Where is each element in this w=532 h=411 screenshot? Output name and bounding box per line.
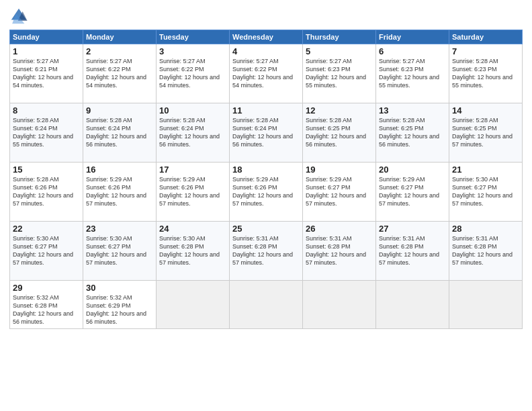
calendar-cell [157, 281, 230, 329]
calendar-cell [376, 281, 449, 329]
day-number: 14 [452, 105, 519, 116]
weekday-header-cell: Saturday [449, 30, 523, 44]
day-number: 28 [452, 224, 519, 234]
calendar-cell: 10 Sunrise: 5:28 AMSunset: 6:24 PMDaylig… [157, 103, 230, 163]
calendar-cell: 27 Sunrise: 5:31 AMSunset: 6:28 PMDaylig… [376, 222, 449, 281]
calendar-cell: 22 Sunrise: 5:30 AMSunset: 6:27 PMDaylig… [10, 222, 83, 281]
calendar-cell: 3 Sunrise: 5:27 AMSunset: 6:22 PMDayligh… [157, 44, 230, 103]
day-info: Sunrise: 5:28 AMSunset: 6:26 PMDaylight:… [13, 176, 73, 207]
day-number: 21 [452, 165, 519, 175]
day-number: 10 [159, 105, 226, 116]
day-info: Sunrise: 5:32 AMSunset: 6:28 PMDaylight:… [13, 294, 73, 325]
calendar-cell: 26 Sunrise: 5:31 AMSunset: 6:28 PMDaylig… [303, 222, 376, 281]
calendar-cell: 2 Sunrise: 5:27 AMSunset: 6:22 PMDayligh… [83, 44, 157, 103]
day-number: 24 [159, 224, 226, 234]
day-info: Sunrise: 5:31 AMSunset: 6:28 PMDaylight:… [306, 235, 366, 266]
day-number: 7 [452, 46, 519, 56]
day-number: 11 [232, 105, 300, 116]
day-number: 25 [232, 224, 300, 234]
day-info: Sunrise: 5:28 AMSunset: 6:23 PMDaylight:… [452, 58, 513, 89]
weekday-header-cell: Monday [83, 30, 157, 44]
calendar-cell: 13 Sunrise: 5:28 AMSunset: 6:25 PMDaylig… [376, 103, 449, 163]
logo [9, 7, 30, 26]
weekday-header-cell: Friday [376, 30, 449, 44]
calendar-cell: 25 Sunrise: 5:31 AMSunset: 6:28 PMDaylig… [230, 222, 303, 281]
calendar-week-row: 29 Sunrise: 5:32 AMSunset: 6:28 PMDaylig… [10, 281, 523, 329]
calendar-cell: 18 Sunrise: 5:29 AMSunset: 6:26 PMDaylig… [230, 163, 303, 222]
calendar-week-row: 8 Sunrise: 5:28 AMSunset: 6:24 PMDayligh… [10, 103, 523, 163]
day-number: 2 [86, 46, 153, 56]
day-info: Sunrise: 5:30 AMSunset: 6:27 PMDaylight:… [86, 235, 146, 266]
day-number: 8 [13, 105, 80, 116]
day-number: 26 [306, 224, 373, 234]
day-number: 30 [86, 283, 153, 293]
calendar-cell: 4 Sunrise: 5:27 AMSunset: 6:22 PMDayligh… [230, 44, 303, 103]
day-number: 12 [306, 105, 373, 116]
calendar-cell: 30 Sunrise: 5:32 AMSunset: 6:29 PMDaylig… [83, 281, 157, 329]
day-info: Sunrise: 5:27 AMSunset: 6:23 PMDaylight:… [379, 58, 439, 89]
day-info: Sunrise: 5:30 AMSunset: 6:27 PMDaylight:… [13, 235, 73, 266]
calendar-cell: 6 Sunrise: 5:27 AMSunset: 6:23 PMDayligh… [376, 44, 449, 103]
calendar-cell: 29 Sunrise: 5:32 AMSunset: 6:28 PMDaylig… [10, 281, 83, 329]
day-info: Sunrise: 5:29 AMSunset: 6:26 PMDaylight:… [159, 176, 220, 207]
calendar-week-row: 22 Sunrise: 5:30 AMSunset: 6:27 PMDaylig… [10, 222, 523, 281]
day-info: Sunrise: 5:28 AMSunset: 6:25 PMDaylight:… [379, 117, 439, 148]
day-info: Sunrise: 5:27 AMSunset: 6:21 PMDaylight:… [13, 58, 73, 89]
day-info: Sunrise: 5:29 AMSunset: 6:27 PMDaylight:… [306, 176, 366, 207]
calendar-cell: 24 Sunrise: 5:30 AMSunset: 6:28 PMDaylig… [157, 222, 230, 281]
day-info: Sunrise: 5:28 AMSunset: 6:25 PMDaylight:… [452, 117, 513, 148]
calendar-week-row: 15 Sunrise: 5:28 AMSunset: 6:26 PMDaylig… [10, 163, 523, 222]
calendar-cell: 19 Sunrise: 5:29 AMSunset: 6:27 PMDaylig… [303, 163, 376, 222]
calendar-cell: 1 Sunrise: 5:27 AMSunset: 6:21 PMDayligh… [10, 44, 83, 103]
calendar-cell: 16 Sunrise: 5:29 AMSunset: 6:26 PMDaylig… [83, 163, 157, 222]
calendar-cell [230, 281, 303, 329]
day-number: 18 [232, 165, 300, 175]
day-info: Sunrise: 5:31 AMSunset: 6:28 PMDaylight:… [232, 235, 293, 266]
day-info: Sunrise: 5:30 AMSunset: 6:28 PMDaylight:… [159, 235, 220, 266]
calendar-cell: 28 Sunrise: 5:31 AMSunset: 6:28 PMDaylig… [449, 222, 523, 281]
calendar-cell: 5 Sunrise: 5:27 AMSunset: 6:23 PMDayligh… [303, 44, 376, 103]
day-number: 5 [306, 46, 373, 56]
calendar-cell: 14 Sunrise: 5:28 AMSunset: 6:25 PMDaylig… [449, 103, 523, 163]
day-number: 22 [13, 224, 80, 234]
calendar-cell: 11 Sunrise: 5:28 AMSunset: 6:24 PMDaylig… [230, 103, 303, 163]
weekday-header-cell: Tuesday [157, 30, 230, 44]
day-number: 9 [86, 105, 153, 116]
weekday-header-cell: Thursday [303, 30, 376, 44]
day-number: 3 [159, 46, 226, 56]
day-number: 19 [306, 165, 373, 175]
calendar-body: 1 Sunrise: 5:27 AMSunset: 6:21 PMDayligh… [10, 44, 523, 329]
calendar-cell [303, 281, 376, 329]
day-number: 6 [379, 46, 446, 56]
day-info: Sunrise: 5:27 AMSunset: 6:22 PMDaylight:… [232, 58, 293, 89]
day-number: 15 [13, 165, 80, 175]
day-info: Sunrise: 5:29 AMSunset: 6:26 PMDaylight:… [86, 176, 146, 207]
logo-icon [9, 7, 28, 26]
day-info: Sunrise: 5:27 AMSunset: 6:22 PMDaylight:… [86, 58, 146, 89]
day-info: Sunrise: 5:32 AMSunset: 6:29 PMDaylight:… [86, 294, 146, 325]
day-number: 4 [232, 46, 300, 56]
day-info: Sunrise: 5:28 AMSunset: 6:24 PMDaylight:… [159, 117, 220, 148]
day-number: 16 [86, 165, 153, 175]
calendar-cell: 8 Sunrise: 5:28 AMSunset: 6:24 PMDayligh… [10, 103, 83, 163]
weekday-header-row: SundayMondayTuesdayWednesdayThursdayFrid… [10, 30, 523, 44]
calendar-cell: 7 Sunrise: 5:28 AMSunset: 6:23 PMDayligh… [449, 44, 523, 103]
calendar-cell: 21 Sunrise: 5:30 AMSunset: 6:27 PMDaylig… [449, 163, 523, 222]
calendar-cell: 23 Sunrise: 5:30 AMSunset: 6:27 PMDaylig… [83, 222, 157, 281]
weekday-header-cell: Wednesday [230, 30, 303, 44]
day-number: 17 [159, 165, 226, 175]
day-number: 1 [13, 46, 80, 56]
page: SundayMondayTuesdayWednesdayThursdayFrid… [0, 0, 532, 411]
day-info: Sunrise: 5:28 AMSunset: 6:24 PMDaylight:… [13, 117, 73, 148]
weekday-header-cell: Sunday [10, 30, 83, 44]
calendar-cell: 15 Sunrise: 5:28 AMSunset: 6:26 PMDaylig… [10, 163, 83, 222]
day-info: Sunrise: 5:29 AMSunset: 6:26 PMDaylight:… [232, 176, 293, 207]
day-number: 29 [13, 283, 80, 293]
day-info: Sunrise: 5:28 AMSunset: 6:24 PMDaylight:… [232, 117, 293, 148]
day-number: 13 [379, 105, 446, 116]
day-info: Sunrise: 5:31 AMSunset: 6:28 PMDaylight:… [379, 235, 439, 266]
calendar-cell: 20 Sunrise: 5:29 AMSunset: 6:27 PMDaylig… [376, 163, 449, 222]
calendar: SundayMondayTuesdayWednesdayThursdayFrid… [9, 30, 523, 329]
day-number: 20 [379, 165, 446, 175]
day-info: Sunrise: 5:27 AMSunset: 6:22 PMDaylight:… [159, 58, 220, 89]
